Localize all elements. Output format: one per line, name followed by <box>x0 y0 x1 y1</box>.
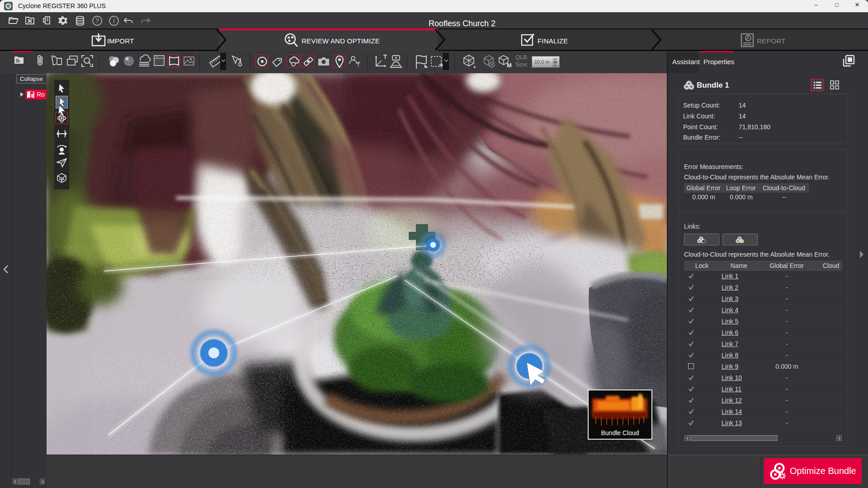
svg-text:M: M <box>507 62 512 69</box>
